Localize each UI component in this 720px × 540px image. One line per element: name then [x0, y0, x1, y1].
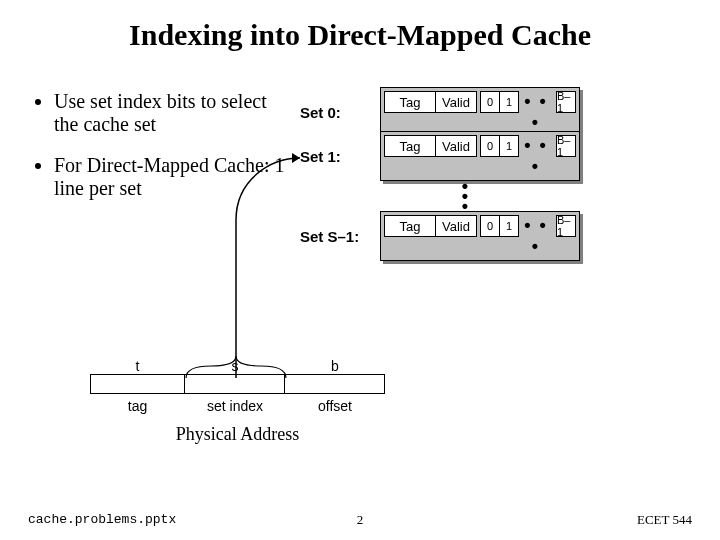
byte-cell-last: B–1	[556, 215, 576, 237]
cache-line: Tag Valid 0 1 • • • B–1	[380, 131, 580, 181]
valid-cell: Valid	[435, 215, 477, 237]
cache-line: Tag Valid 0 1 • • • B–1	[380, 211, 580, 261]
address-caption: Physical Address	[90, 424, 385, 445]
cache-sets-diagram: Set 0: Tag Valid 0 1 • • • B–1 Set 1: Ta…	[300, 95, 580, 253]
footer-page: 2	[357, 512, 364, 528]
byte-cell-last: B–1	[556, 135, 576, 157]
slide-footer: cache.problems.pptx 2 ECET 544	[0, 512, 720, 528]
page-title: Indexing into Direct-Mapped Cache	[0, 0, 720, 52]
cache-line: Tag Valid 0 1 • • • B–1	[380, 87, 580, 137]
byte-cell-0: 0	[480, 215, 500, 237]
byte-cell-1: 1	[499, 135, 519, 157]
field-width-b: b	[285, 358, 385, 374]
bullet-item: Use set index bits to select the cache s…	[54, 90, 286, 136]
ellipsis-icon: • • •	[519, 91, 553, 133]
bullet-item: For Direct-Mapped Cache: 1 line per set	[54, 154, 286, 200]
index-pointer-icon	[0, 0, 720, 540]
ellipsis-icon: • • •	[519, 135, 553, 177]
set-label: Set 1:	[300, 148, 380, 165]
set-row-1: Set 1: Tag Valid 0 1 • • • B–1	[300, 139, 580, 173]
field-width-s: s	[185, 358, 285, 374]
set-row-last: Set S–1: Tag Valid 0 1 • • • B–1	[300, 219, 580, 253]
field-width-t: t	[90, 358, 185, 374]
physical-address-diagram: t s b tag set index offset Physical Addr…	[90, 358, 385, 445]
byte-cell-last: B–1	[556, 91, 576, 113]
byte-cell-1: 1	[499, 215, 519, 237]
tag-cell: Tag	[384, 91, 436, 113]
set-row-0: Set 0: Tag Valid 0 1 • • • B–1	[300, 95, 580, 129]
byte-cell-0: 0	[480, 135, 500, 157]
bullet-list: Use set index bits to select the cache s…	[36, 90, 286, 218]
tag-cell: Tag	[384, 135, 436, 157]
set-label: Set 0:	[300, 104, 380, 121]
ellipsis-icon: • • •	[519, 215, 553, 257]
field-label-offset: offset	[285, 398, 385, 414]
field-label-setindex: set index	[185, 398, 285, 414]
tag-cell: Tag	[384, 215, 436, 237]
footer-course: ECET 544	[637, 512, 692, 528]
byte-cell-0: 0	[480, 91, 500, 113]
field-label-tag: tag	[90, 398, 185, 414]
valid-cell: Valid	[435, 91, 477, 113]
set-label: Set S–1:	[300, 228, 380, 245]
valid-cell: Valid	[435, 135, 477, 157]
footer-filename: cache.problems.pptx	[28, 512, 176, 528]
address-box	[90, 374, 385, 394]
byte-cell-1: 1	[499, 91, 519, 113]
svg-marker-0	[292, 153, 300, 163]
